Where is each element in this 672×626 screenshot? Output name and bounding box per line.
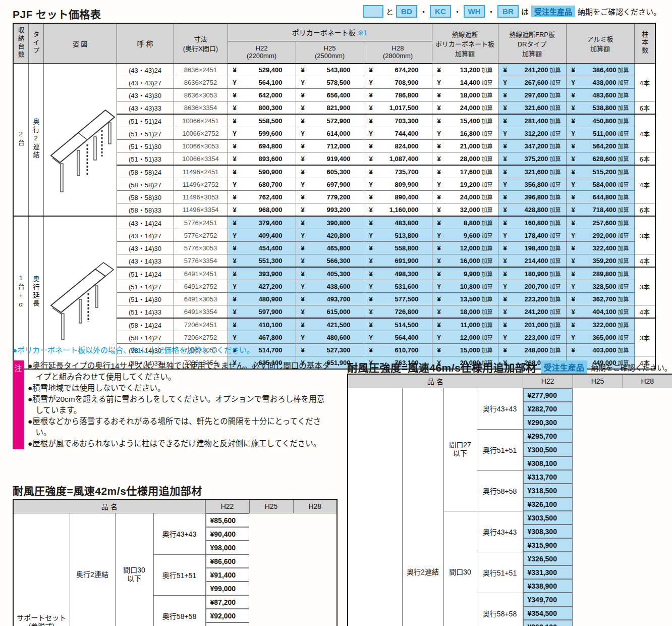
header-posts: 柱本数 xyxy=(634,23,655,64)
price-cell: ¥349,700 xyxy=(523,593,573,606)
header-h22: H22 xyxy=(205,499,249,513)
posts-count-cell: 4本 xyxy=(634,254,655,268)
heat-addon-cell: ¥18,000加算 xyxy=(432,305,498,319)
wind46-table: 品 名 H22 H25 H28 サポートセット(着脱式)+台風対策オプション奥行… xyxy=(347,374,672,626)
model-cell: (51・14)27 xyxy=(117,280,174,293)
size-cell: 5776×2752 xyxy=(174,229,228,242)
model-cell: (43・43)33 xyxy=(117,101,174,115)
header-part-name: 品 名 xyxy=(13,499,205,513)
price-cell: ¥890,400 xyxy=(364,191,432,203)
price-cell: ¥300,500 xyxy=(523,443,573,456)
price-cell: ¥605,300 xyxy=(296,165,364,178)
frp-addon-cell: ¥281,400加算 xyxy=(498,114,566,127)
model-cell: (58・58)24 xyxy=(117,165,174,178)
model-cell: (43・43)30 xyxy=(117,89,174,101)
price-cell: ¥578,500 xyxy=(296,76,364,89)
price-cell: ¥308,300 xyxy=(523,525,573,538)
price-cell: ¥498,300 xyxy=(364,267,432,280)
dot: ・ xyxy=(487,6,495,17)
model-cell: (58・58)33 xyxy=(117,203,174,217)
size-cell: 11496×2752 xyxy=(174,178,228,191)
price-cell: ¥590,900 xyxy=(228,165,296,178)
caution-items: ●奥行延長タイプの奥行14サイズは、単独では使用できません。必ず同じ間口の基本タ… xyxy=(24,360,330,449)
price-cell: ¥703,300 xyxy=(364,114,432,127)
heat-addon-cell: ¥32,000加算 xyxy=(432,203,498,217)
price-cell: ¥551,300 xyxy=(228,254,296,268)
aluminum-addon-cell: ¥403,000加算 xyxy=(566,344,634,356)
catalog-page: PJF セット価格表 と BD・ KC・ WH・ BR は 受注生産品 納期をご… xyxy=(0,0,672,626)
caution-item: ●奥行延長タイプの奥行14サイズは、単独では使用できません。必ず同じ間口の基本タ… xyxy=(28,360,330,383)
aluminum-addon-cell: ¥564,200加算 xyxy=(566,140,634,152)
polycarbonate-note: ●ポリカーボネート板以外の場合、※1に上記価格を加算してください。 xyxy=(13,344,254,355)
header-h25: H25 xyxy=(249,499,293,513)
heat-addon-cell: ¥17,600加算 xyxy=(432,165,498,178)
caution-item: ●積雪地域では使用しないでください。 xyxy=(28,383,330,394)
model-cell: (43・14)27 xyxy=(117,229,174,242)
heat-addon-cell: ¥14,400加算 xyxy=(432,76,498,89)
top-legend: と BD・ KC・ WH・ BR は 受注生産品 納期をご確認ください。 xyxy=(363,5,661,18)
size-cell: 7206×2752 xyxy=(174,331,228,344)
price-cell: ¥290,300 xyxy=(523,415,573,429)
price-cell: ¥308,100 xyxy=(523,456,573,470)
price-cell: ¥697,900 xyxy=(296,178,364,191)
price-cell: ¥680,700 xyxy=(228,178,296,191)
price-cell: ¥993,200 xyxy=(296,203,364,217)
model-cell: (43・43)27 xyxy=(117,76,174,89)
price-cell: ¥379,400 xyxy=(228,216,296,229)
price-cell: ¥529,400 xyxy=(228,64,296,76)
price-cell: ¥712,000 xyxy=(296,140,364,152)
aluminum-addon-cell: ¥511,000加算 xyxy=(566,127,634,140)
posts-count-cell: 4本 xyxy=(634,305,655,319)
header-polycarbonate: ポリカーボネート板 ※1 xyxy=(228,23,432,41)
price-cell: ¥354,500 xyxy=(523,606,573,620)
price-cell: ¥483,800 xyxy=(364,216,432,229)
frp-addon-cell: ¥214,400加算 xyxy=(498,254,566,268)
caution-label: 注 xyxy=(13,360,24,449)
price-cell: ¥421,500 xyxy=(296,318,364,331)
model-cell: (58・14)27 xyxy=(117,331,174,344)
frp-addon-cell: ¥375,200加算 xyxy=(498,152,566,166)
size-cell: 11496×3354 xyxy=(174,203,228,217)
figure-cell xyxy=(43,64,117,217)
table46-title: 耐風圧強度=風速46m/s仕様用追加部材 xyxy=(347,359,537,375)
caution-item: ●屋根などから落雪するおそれがある場所では、軒先との間隔を十分にとってください。 xyxy=(28,416,330,438)
price-cell: ¥735,700 xyxy=(364,165,432,178)
price-cell: ¥465,800 xyxy=(296,242,364,254)
header-h28: H28(2800mm) xyxy=(364,41,432,64)
model-cell: (43・14)24 xyxy=(117,216,174,229)
header-h25: H25(2500mm) xyxy=(296,41,364,64)
price-cell: ¥514,500 xyxy=(364,318,432,331)
model-cell: (58・14)24 xyxy=(117,318,174,331)
price-cell: ¥558,800 xyxy=(364,242,432,254)
width-cell: 間口30 xyxy=(443,511,477,626)
aluminum-addon-cell: ¥584,000加算 xyxy=(566,178,634,191)
frp-addon-cell: ¥267,600加算 xyxy=(498,76,566,89)
price-cell: ¥543,800 xyxy=(296,64,364,76)
size-cell: 5776×3354 xyxy=(174,254,228,268)
price-cell: ¥1,160,000 xyxy=(364,203,432,217)
caution-item: ●屋根が風であおられないように柱はできるだけ建物と反対側に施工してください。 xyxy=(28,438,330,449)
size-cell: 8636×3354 xyxy=(174,101,228,115)
frp-addon-cell: ¥241,200加算 xyxy=(498,64,566,76)
price-cell: ¥779,200 xyxy=(296,191,364,203)
frp-addon-cell: ¥201,000加算 xyxy=(498,318,566,331)
aluminum-addon-cell: ¥386,400加算 xyxy=(566,64,634,76)
model-cell: (43・14)33 xyxy=(117,254,174,268)
aluminum-addon-cell: ¥538,800加算 xyxy=(566,101,634,115)
frp-addon-cell: ¥223,000加算 xyxy=(498,331,566,344)
price-cell: ¥362,100 xyxy=(523,620,573,626)
note-ref: ※1 xyxy=(358,29,368,37)
aluminum-addon-cell: ¥644,800加算 xyxy=(566,191,634,203)
heat-addon-cell: ¥15,000加算 xyxy=(432,344,498,356)
heat-addon-cell: ¥18,000加算 xyxy=(432,89,498,101)
size-cell: 6491×2752 xyxy=(174,280,228,293)
aluminum-addon-cell: ¥718,400加算 xyxy=(566,203,634,217)
aluminum-addon-cell: ¥322,400加算 xyxy=(566,242,634,254)
model-cell: (58・58)30 xyxy=(117,191,174,203)
frp-addon-cell: ¥198,400加算 xyxy=(498,242,566,254)
price-cell: ¥313,700 xyxy=(523,470,573,484)
pjf-price-table: 収納台数 タイプ 姿 図 呼 称 寸法(奥行X間口) ポリカーボネート板 ※1 … xyxy=(13,23,656,370)
price-cell: ¥786,800 xyxy=(364,89,432,101)
price-cell: ¥572,900 xyxy=(296,114,364,127)
heat-addon-cell: ¥12,000加算 xyxy=(432,242,498,254)
